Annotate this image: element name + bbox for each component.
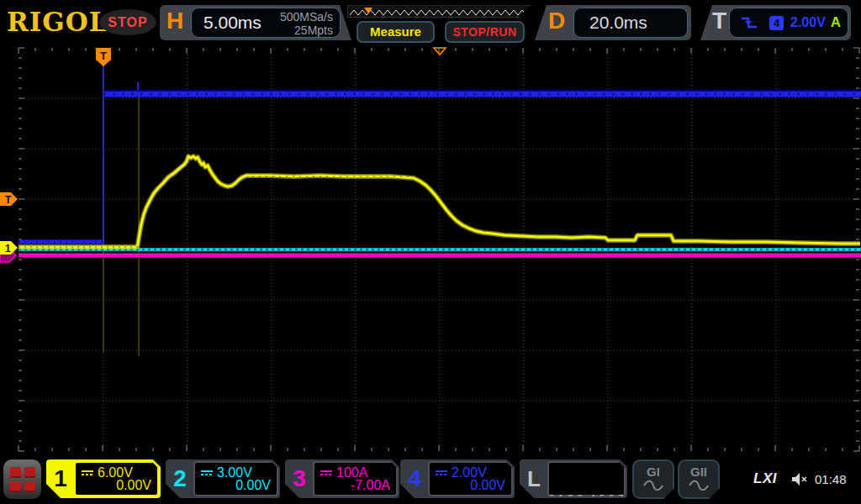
- channel-4-offset: 0.00V: [470, 478, 505, 493]
- sine-wave-icon: [642, 480, 664, 491]
- channel-4-readout: 2.00V 0.00V: [428, 461, 513, 496]
- channel-3-button[interactable]: 3 100A -7.00A: [285, 459, 399, 498]
- digital-row-1: 0 1 2 3 4 5 6 7: [549, 492, 624, 504]
- delay-box[interactable]: 20.0ms: [573, 8, 688, 38]
- waveform-position-zigzag: [348, 7, 530, 18]
- dc-coupling-icon: [201, 470, 213, 475]
- lxi-badge: LXI: [753, 470, 777, 487]
- delay-group[interactable]: D 20.0ms: [535, 5, 691, 40]
- channel-3-number: 3: [285, 459, 314, 498]
- menu-button[interactable]: [3, 459, 41, 499]
- svg-text:1: 1: [5, 243, 11, 255]
- measure-button[interactable]: Measure: [357, 21, 435, 43]
- run-state-badge: STOP: [99, 9, 156, 35]
- menu-grid-icon: [10, 467, 35, 492]
- digital-channels-readout: 0 1 2 3 4 5 6 7 8 9 1011 12131415: [547, 461, 626, 496]
- waveform-display: TT1: [0, 45, 861, 458]
- channel-1-readout: 6.00V 0.00V: [74, 461, 159, 496]
- channel-4-number: 4: [400, 459, 429, 498]
- generator-2-label: GII: [690, 465, 707, 479]
- stop-run-button[interactable]: STOP/RUN: [445, 21, 525, 43]
- oscilloscope-screen: RIGOL STOP H 5.00ms 500MSa/s 25Mpts Meas…: [0, 0, 861, 504]
- top-bar: RIGOL STOP H 5.00ms 500MSa/s 25Mpts Meas…: [0, 0, 861, 45]
- sample-rate: 500MSa/s: [280, 10, 333, 24]
- channel-2-readout: 3.00V 0.00V: [193, 461, 278, 496]
- channel-1-offset: 0.00V: [116, 478, 151, 493]
- delay-label: D: [548, 8, 565, 34]
- trigger-source-badge: 4: [769, 16, 784, 30]
- trigger-mode-auto: A: [831, 14, 841, 31]
- clock: 01:48: [815, 472, 847, 486]
- sine-wave-icon: [688, 480, 710, 491]
- horizontal-label: H: [166, 8, 183, 34]
- channel-2-button[interactable]: 2 3.00V 0.00V: [166, 459, 280, 498]
- trigger-group[interactable]: T 4 2.00V A: [700, 5, 851, 40]
- timebase-value: 5.00ms: [203, 13, 261, 33]
- channel-4-button[interactable]: 4 2.00V 0.00V: [400, 459, 515, 498]
- scope-graticule: TT1: [0, 45, 861, 458]
- dc-coupling-icon: [436, 470, 447, 475]
- channel-2-offset: 0.00V: [235, 478, 271, 493]
- dc-coupling-icon: [82, 470, 93, 475]
- svg-text:T: T: [100, 50, 107, 62]
- generator-2-button[interactable]: GII: [678, 459, 720, 499]
- delay-value: 20.0ms: [589, 13, 647, 33]
- horizontal-box[interactable]: 5.00ms 500MSa/s 25Mpts: [191, 8, 341, 38]
- generator-1-label: GI: [647, 465, 660, 479]
- acquisition-info: 500MSa/s 25Mpts: [280, 10, 333, 37]
- channel-3-readout: 100A -7.00A: [313, 461, 398, 496]
- rigol-logo: RIGOL: [7, 7, 108, 37]
- channel-1-number: 1: [46, 459, 75, 498]
- channel-1-button[interactable]: 1 6.00V 0.00V: [46, 459, 161, 498]
- falling-edge-icon: [740, 14, 758, 31]
- sound-muted-icon: [791, 472, 810, 486]
- bottom-bar: 1 6.00V 0.00V 2 3.00V 0.00V 3: [0, 458, 861, 504]
- svg-text:T: T: [5, 194, 12, 206]
- logic-analyzer-label: L: [520, 459, 548, 498]
- channel-2-number: 2: [166, 459, 194, 498]
- logic-analyzer-button[interactable]: L 0 1 2 3 4 5 6 7 8 9 1011 12131415: [520, 459, 627, 498]
- horizontal-group[interactable]: H 5.00ms 500MSa/s 25Mpts: [160, 5, 351, 40]
- channel-3-offset: -7.00A: [351, 478, 390, 493]
- dc-coupling-icon: [320, 470, 332, 475]
- generator-1-button[interactable]: GI: [632, 459, 674, 499]
- trigger-box[interactable]: 4 2.00V A: [729, 8, 848, 38]
- trigger-label: T: [712, 8, 726, 34]
- waveform-position-bar[interactable]: [347, 5, 531, 18]
- trigger-level-value: 2.00V: [790, 15, 826, 30]
- memory-depth: 25Mpts: [280, 24, 333, 37]
